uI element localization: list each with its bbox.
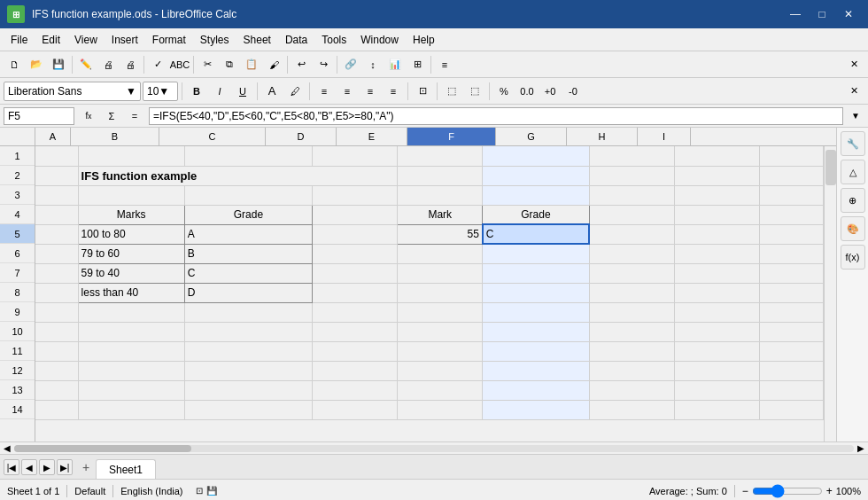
new-button[interactable]: 🗋 (4, 54, 25, 75)
cell-b13[interactable] (78, 380, 184, 400)
bold-button[interactable]: B (186, 81, 207, 102)
cell-i4[interactable] (759, 205, 823, 224)
cell-d6[interactable] (313, 244, 398, 263)
cut-button[interactable]: ✂ (197, 54, 218, 75)
cell-e2[interactable] (398, 166, 483, 185)
cell-i8[interactable] (759, 283, 823, 302)
zoom-out-button[interactable]: − (742, 485, 748, 497)
cell-f13[interactable] (483, 380, 589, 400)
cell-i14[interactable] (759, 400, 823, 419)
menu-insert[interactable]: Insert (105, 31, 145, 49)
cell-a2[interactable] (35, 166, 78, 185)
save-button[interactable]: 💾 (48, 54, 69, 75)
toolbar-close-icon[interactable]: ✕ (843, 54, 864, 75)
underline-button[interactable]: U (232, 81, 253, 102)
cell-i11[interactable] (759, 341, 823, 361)
cell-c3[interactable] (184, 185, 312, 205)
cell-a1[interactable] (35, 146, 78, 166)
col-header-f[interactable]: F (407, 128, 496, 145)
cell-g11[interactable] (589, 341, 674, 361)
cell-d5[interactable] (313, 224, 398, 244)
cell-h13[interactable] (674, 380, 759, 400)
cell-b5[interactable]: 100 to 80 (78, 224, 184, 244)
cell-d7[interactable] (313, 263, 398, 283)
cell-h2[interactable] (674, 166, 759, 185)
menu-data[interactable]: Data (278, 31, 314, 49)
cell-f6[interactable] (483, 244, 589, 263)
col-header-c[interactable]: C (159, 128, 266, 145)
col-header-i[interactable]: I (638, 128, 691, 145)
sheet-nav-next[interactable]: ▶ (39, 459, 55, 475)
col-header-e[interactable]: E (337, 128, 407, 145)
scroll-right-button[interactable]: ▶ (857, 443, 864, 453)
cell-e1[interactable] (398, 146, 483, 166)
cell-a7[interactable] (35, 263, 78, 283)
cell-g12[interactable] (589, 361, 674, 380)
row-num-8[interactable]: 8 (0, 283, 35, 302)
cell-h4[interactable] (674, 205, 759, 224)
sheet-nav-first[interactable]: |◀ (4, 459, 19, 475)
spellcheck-button[interactable]: ✓ (147, 54, 168, 75)
cell-b2[interactable]: IFS function example (78, 166, 398, 185)
cell-h10[interactable] (674, 322, 759, 341)
cell-e11[interactable] (398, 341, 483, 361)
cell-c4[interactable]: Grade (184, 205, 312, 224)
cell-e12[interactable] (398, 361, 483, 380)
menu-styles[interactable]: Styles (193, 31, 236, 49)
cell-h9[interactable] (674, 302, 759, 322)
row-num-11[interactable]: 11 (0, 341, 35, 361)
cell-e7[interactable] (398, 263, 483, 283)
number-format-button[interactable]: 0.0 (516, 81, 538, 102)
cell-e14[interactable] (398, 400, 483, 419)
horizontal-scroll-track[interactable] (14, 445, 854, 452)
zoom-in-button[interactable]: + (826, 485, 833, 497)
cell-h12[interactable] (674, 361, 759, 380)
cell-f2[interactable] (483, 166, 589, 185)
row-num-1[interactable]: 1 (0, 146, 35, 166)
cell-d8[interactable] (313, 283, 398, 302)
cell-b11[interactable] (78, 341, 184, 361)
cell-c14[interactable] (184, 400, 312, 419)
sheet-nav-last[interactable]: ▶| (57, 459, 73, 475)
cell-f5[interactable]: C (483, 224, 589, 244)
col-header-b[interactable]: B (71, 128, 159, 145)
cell-a6[interactable] (35, 244, 78, 263)
cell-i7[interactable] (759, 263, 823, 283)
row-num-4[interactable]: 4 (0, 205, 35, 224)
horizontal-scroll-thumb[interactable] (14, 445, 191, 452)
cell-a11[interactable] (35, 341, 78, 361)
cell-f12[interactable] (483, 361, 589, 380)
cell-d9[interactable] (313, 302, 398, 322)
cell-h14[interactable] (674, 400, 759, 419)
cell-c11[interactable] (184, 341, 312, 361)
row-num-3[interactable]: 3 (0, 185, 35, 205)
col-button[interactable]: ⬚ (464, 81, 485, 102)
cell-h1[interactable] (674, 146, 759, 166)
cell-b3[interactable] (78, 185, 184, 205)
menu-help[interactable]: Help (406, 31, 442, 49)
dec-increase-button[interactable]: +0 (539, 81, 561, 102)
cell-e3[interactable] (398, 185, 483, 205)
row-num-7[interactable]: 7 (0, 263, 35, 283)
print-button[interactable]: 🖨 (120, 54, 141, 75)
cell-a10[interactable] (35, 322, 78, 341)
cell-f14[interactable] (483, 400, 589, 419)
cell-c12[interactable] (184, 361, 312, 380)
cell-e10[interactable] (398, 322, 483, 341)
copy-button[interactable]: ⧉ (219, 54, 240, 75)
cell-c13[interactable] (184, 380, 312, 400)
spelling-button[interactable]: ABC (169, 54, 190, 75)
cell-g6[interactable] (589, 244, 674, 263)
cell-i5[interactable] (759, 224, 823, 244)
cell-i10[interactable] (759, 322, 823, 341)
cell-g5[interactable] (589, 224, 674, 244)
cell-a12[interactable] (35, 361, 78, 380)
cell-b6[interactable]: 79 to 60 (78, 244, 184, 263)
open-button[interactable]: 📂 (26, 54, 47, 75)
table-button[interactable]: ⊞ (407, 54, 428, 75)
cell-a13[interactable] (35, 380, 78, 400)
cell-i13[interactable] (759, 380, 823, 400)
row-num-12[interactable]: 12 (0, 361, 35, 380)
sheet-nav-prev[interactable]: ◀ (21, 459, 37, 475)
navigator-button[interactable]: ⊕ (841, 188, 865, 213)
